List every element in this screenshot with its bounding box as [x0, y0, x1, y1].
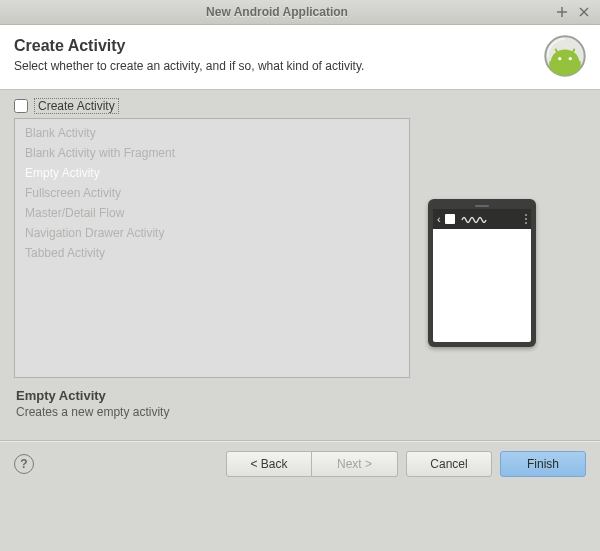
phone-app-icon — [445, 214, 455, 224]
activity-preview: ‹ — [428, 118, 536, 378]
phone-actionbar: ‹ — [433, 209, 531, 229]
list-item[interactable]: Empty Activity — [15, 163, 409, 183]
svg-point-6 — [558, 57, 561, 60]
wizard-footer: ? < Back Next > Cancel Finish — [0, 441, 600, 491]
create-activity-checkbox[interactable] — [14, 99, 28, 113]
list-item[interactable]: Blank Activity with Fragment — [15, 143, 409, 163]
phone-frame-icon: ‹ — [428, 199, 536, 347]
window-close-icon[interactable] — [576, 4, 592, 20]
phone-overflow-icon — [525, 214, 527, 224]
back-button[interactable]: < Back — [226, 451, 312, 477]
svg-point-7 — [569, 57, 572, 60]
activity-type-list[interactable]: Blank ActivityBlank Activity with Fragme… — [14, 118, 410, 378]
description-text: Creates a new empty activity — [16, 405, 584, 419]
finish-button[interactable]: Finish — [500, 451, 586, 477]
create-activity-label[interactable]: Create Activity — [34, 98, 119, 114]
wizard-header: Create Activity Select whether to create… — [0, 25, 600, 90]
list-item[interactable]: Fullscreen Activity — [15, 183, 409, 203]
window-title: New Android Application — [0, 5, 554, 19]
phone-back-icon: ‹ — [437, 214, 441, 225]
activity-description: Empty Activity Creates a new empty activ… — [14, 382, 586, 436]
create-activity-row: Create Activity — [14, 98, 586, 114]
android-logo-icon — [544, 35, 584, 75]
next-button[interactable]: Next > — [312, 451, 398, 477]
nav-button-group: < Back Next > — [226, 451, 398, 477]
description-title: Empty Activity — [16, 388, 584, 403]
list-item[interactable]: Navigation Drawer Activity — [15, 223, 409, 243]
page-title: Create Activity — [14, 37, 534, 55]
page-subtitle: Select whether to create an activity, an… — [14, 59, 534, 73]
svg-rect-3 — [549, 61, 581, 77]
window-minimize-icon[interactable] — [554, 4, 570, 20]
phone-title-scribble-icon — [461, 215, 495, 223]
list-item[interactable]: Tabbed Activity — [15, 243, 409, 263]
wizard-content: Create Activity Blank ActivityBlank Acti… — [0, 90, 600, 378]
list-item[interactable]: Master/Detail Flow — [15, 203, 409, 223]
cancel-button[interactable]: Cancel — [406, 451, 492, 477]
window-titlebar: New Android Application — [0, 0, 600, 25]
window-controls — [554, 4, 592, 20]
list-item[interactable]: Blank Activity — [15, 123, 409, 143]
help-button[interactable]: ? — [14, 454, 34, 474]
